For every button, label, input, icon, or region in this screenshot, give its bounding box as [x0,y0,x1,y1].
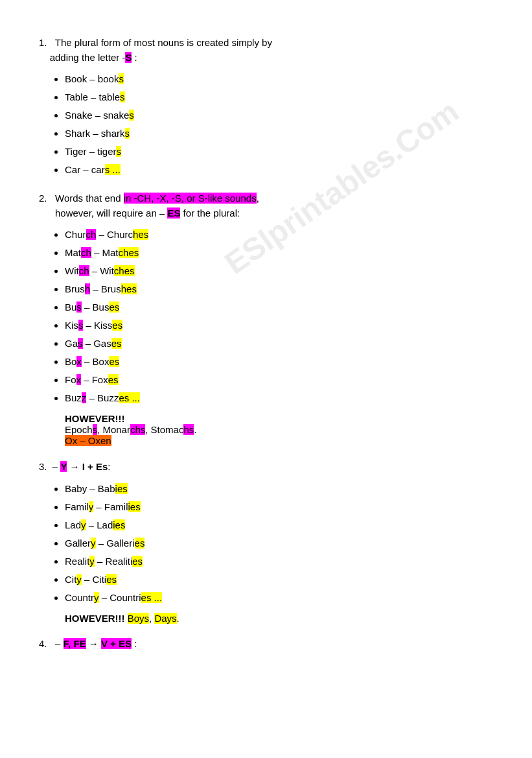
list-item: Car – cars ... [65,161,500,178]
however-title-2: HOWEVER!!! [65,413,500,424]
list-item: Kiss – Kisses [65,316,500,334]
page-content: ESlprintables.Com 1. The plural form of … [39,36,500,652]
section-4-intro: 4. – F, FE → V + ES : [39,637,500,652]
list-item: Book – books [65,70,500,88]
list-item: Country – Countries ... [65,589,500,606]
list-item: Gas – Gases [65,335,500,352]
highlight-ch-x-s: in -CH, -X, -S, or S-like sounds [124,193,257,204]
highlight-ending: hes [121,283,137,294]
highlight-ending: s [125,128,130,139]
section-3-text: – Y → I + Es: [52,461,111,472]
section-3: 3. – Y → I + Es: Baby – Babies Family – … [39,459,500,624]
ch-highlight: h [85,283,90,294]
section-2: 2. Words that end in -CH, -X, -S, or S-l… [39,191,500,446]
section-1-text: The plural form of most nouns is created… [39,37,272,63]
highlight-ending: es [109,356,119,367]
list-item: Fox – Foxes [65,371,500,388]
section-2-text: Words that end in -CH, -X, -S, or S-like… [39,193,259,219]
highlight-ending: hes [133,229,148,240]
section-4: 4. – F, FE → V + ES : [39,637,500,652]
ox-highlight: Ox – Oxen [65,435,111,446]
highlight-y: y [89,501,94,512]
list-item: Table – tables [65,88,500,106]
list-item: Bus – Buses [65,298,500,316]
s-highlight: s [76,302,82,313]
ch-highlight: ch [86,229,97,240]
highlight-y: y [91,538,96,549]
highlight-ending: es ... [141,592,163,603]
list-item: Baby – Babies [65,480,500,497]
section-4-text: – F, FE → V + ES : [55,638,137,649]
days-highlight: Days [154,613,176,624]
boys-highlight: Boys [128,613,149,624]
list-item: Family – Families [65,498,500,515]
highlight-ending: es [109,302,119,313]
highlight-ending: es [135,538,145,549]
section-number: 1. [39,37,52,48]
highlight-v-es: V + ES [101,638,132,649]
highlight-ending: es [106,574,117,585]
x-highlight: x [76,356,82,367]
list-item: Gallery – Galleries [65,534,500,552]
list-item: City – Cities [65,571,500,588]
ch-highlight-stomach: hs [183,424,194,435]
highlight-ending: s [116,146,121,157]
z-highlight: z [82,392,87,403]
list-item: Lady – Ladies [65,516,500,534]
section-3-list: Baby – Babies Family – Families Lady – L… [65,480,500,606]
ch-highlight: ch [79,265,89,276]
however-block-2: HOWEVER!!! Epochs, Monarchs, Stomachs. O… [65,413,500,446]
highlight-ending: es ... [119,392,140,403]
highlight-s: S [125,52,132,63]
highlight-ending: es [112,320,122,331]
section-number: 2. [39,193,52,204]
highlight-y: y [89,556,95,567]
list-item: Shark – sharks [65,124,500,142]
highlight-ending: es [132,556,143,567]
list-item: Reality – Realities [65,552,500,570]
however-text-3: Boys, Days. [128,613,179,624]
highlight-y: y [81,519,86,530]
highlight-ending: ches [114,265,135,276]
section-2-list: Church – Churches Match – Matches Witch … [65,226,500,407]
highlight-y: y [94,592,99,603]
highlight-ending: ies [115,483,128,494]
list-item: Buzz – Buzzes ... [65,389,500,407]
however-text-2: Epochs, Monarchs, Stomachs. [65,424,500,435]
arrow-i-es: I + Es [82,461,108,472]
ox-special: Ox – Oxen [65,435,500,446]
section-1-intro: 1. The plural form of most nouns is crea… [39,36,500,65]
highlight-ending: es [108,374,119,385]
highlight-ending: ies [128,501,141,512]
highlight-ending: es [111,338,122,349]
highlight-ending: s [119,73,124,84]
highlight-es: ES [167,207,180,219]
list-item: Snake – snakes [65,106,500,124]
section-number: 3. [39,461,50,472]
highlight-y: y [76,574,82,585]
section-1-list: Book – books Table – tables Snake – snak… [65,70,500,178]
s-highlight: s [78,338,83,349]
however-title-3: HOWEVER!!! [65,613,125,624]
however-block-3: HOWEVER!!! Boys, Days. [65,613,500,624]
x-highlight: x [76,374,82,385]
highlight-f-fe: F, FE [64,638,86,649]
list-item: Witch – Witches [65,262,500,279]
list-item: Church – Churches [65,226,500,243]
section-2-intro: 2. Words that end in -CH, -X, -S, or S-l… [39,191,500,220]
highlight-ending: ches [119,247,139,258]
s-highlight: s [78,320,84,331]
highlight-ending: ies [113,519,125,530]
ch-highlight-monarch: s [93,424,98,435]
section-3-intro: 3. – Y → I + Es: [39,459,500,475]
ch-highlight: ch [81,247,91,258]
ch-highlight-monarch2: chs [130,424,145,435]
list-item: Box – Boxes [65,353,500,370]
section-number: 4. [39,638,52,649]
list-item: Match – Matches [65,244,500,261]
highlight-ending: s [120,91,125,102]
highlight-ending: s [129,110,134,121]
section-1: 1. The plural form of most nouns is crea… [39,36,500,178]
list-item: Tiger – tigers [65,143,500,160]
highlight-y: Y [60,461,67,472]
